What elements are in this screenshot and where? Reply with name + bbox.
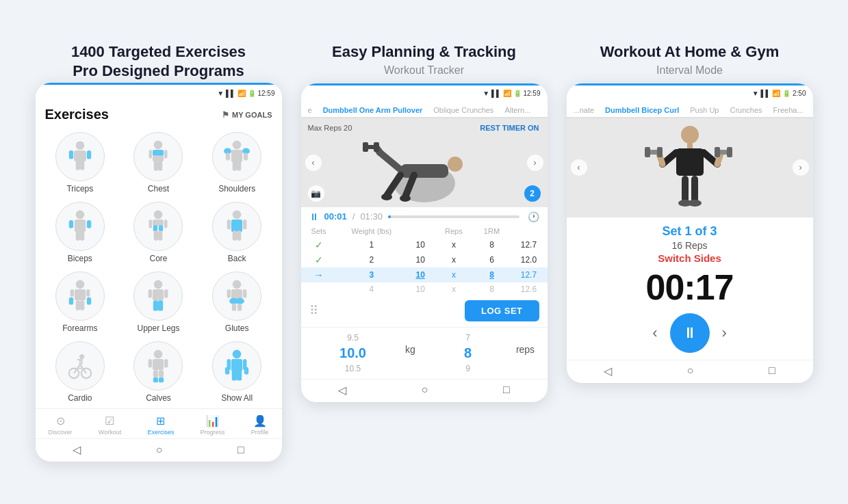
nav-exercises[interactable]: ⊞ Exercises [147,414,174,436]
svg-point-116 [688,200,702,207]
tab-crunches[interactable]: Crunches [727,102,765,117]
timer-total: 01:30 [360,211,383,222]
status-icons-1: ▼ ▌▌ 📶 🔋 12:59 [217,90,274,97]
muscle-item-upper-legs[interactable]: Upper Legs [120,269,196,336]
chest-label: Chest [148,184,169,194]
panel1-title: 1400 Targeted Exercises Pro Designed Pro… [71,42,246,80]
svg-rect-45 [69,297,73,305]
next-exercise-btn[interactable]: › [722,324,727,342]
tab-freeha[interactable]: Freeha... [771,102,806,117]
svg-rect-40 [237,230,241,240]
svg-rect-28 [153,220,164,226]
recents-btn-3[interactable]: □ [769,364,775,377]
muscle-item-back[interactable]: Back [199,199,275,266]
panel3-title: Workout At Home & Gym [600,42,780,62]
shoulders-label: Shoulders [218,184,255,194]
home-btn-1[interactable]: ○ [156,444,163,456]
interval-next-arrow[interactable]: › [793,159,809,176]
tab-altern[interactable]: Altern... [502,102,533,117]
muscle-item-core[interactable]: Core [120,199,196,266]
nav-workout[interactable]: ☑ Workout [99,414,121,436]
svg-rect-36 [231,220,242,232]
set2-num: 2 [337,252,407,267]
svg-rect-81 [231,359,242,371]
weight-below[interactable]: 10.5 [345,362,361,375]
home-bar-2: ◁ ○ □ [301,379,548,402]
pause-play-icon[interactable]: ⏸ [309,211,319,222]
svg-rect-77 [159,370,164,377]
my-goals-button[interactable]: ⚑ MY GOALS [222,110,272,120]
back-btn-2[interactable]: ◁ [338,384,346,397]
svg-rect-7 [153,150,164,156]
log-set-button[interactable]: LOG SET [465,300,539,321]
svg-rect-112 [727,147,732,157]
svg-rect-61 [232,304,236,311]
weight-above[interactable]: 9.5 [347,332,359,344]
clock-icon[interactable]: 🕐 [528,211,539,222]
tab-pushup[interactable]: Push Up [687,102,721,117]
svg-rect-85 [244,367,248,375]
set3-orm: 12.7 [510,267,547,282]
exercises-icon: ⊞ [156,414,165,427]
svg-rect-89 [400,164,448,178]
calves-circle [133,341,183,390]
svg-rect-73 [153,359,164,370]
nav-profile[interactable]: 👤 Profile [251,414,269,436]
shoulders-circle [212,132,261,181]
reps-above[interactable]: 7 [465,332,470,344]
muscle-item-triceps[interactable]: Triceps [42,129,118,196]
reps-unit-label: reps [516,344,535,355]
set2-reps: 6 [474,252,511,267]
exercise-figure-svg [356,122,493,204]
muscle-item-cardio[interactable]: Cardio [42,339,118,406]
weight-unit-label: kg [405,344,415,355]
grid-icon[interactable]: ⠿ [309,303,318,318]
pause-button[interactable]: ⏸ [670,313,710,353]
set-row-3[interactable]: → 3 10 x 8 12.7 [301,267,548,282]
panel2-subtitle: Workout Tracker [384,64,464,77]
exercise-prev-arrow[interactable]: ‹ [305,155,322,171]
muscle-item-glutes[interactable]: Glutes [199,269,275,336]
recents-btn-2[interactable]: □ [503,384,510,396]
set-row-4[interactable]: 4 10 x 8 12.6 [301,282,548,296]
reps-below[interactable]: 9 [465,362,470,375]
set3-x: x [434,267,473,282]
tab-dumbbell-pullover[interactable]: Dumbbell One Arm Pullover [320,102,426,118]
home-bar-1: ◁ ○ □ [36,438,282,462]
muscle-item-calves[interactable]: Calves [120,339,196,406]
muscle-item-forearms[interactable]: Forearms [42,269,118,336]
muscle-item-show-all[interactable]: Show All [199,339,275,406]
svg-rect-95 [374,142,379,152]
weight-current[interactable]: 10.0 [339,344,366,362]
exercise-next-arrow[interactable]: › [527,155,543,171]
svg-rect-25 [76,230,80,240]
interval-tabs: ...nate Dumbbell Bicep Curl Push Up Crun… [567,102,813,118]
home-btn-3[interactable]: ○ [687,364,694,377]
muscle-item-biceps[interactable]: Biceps [42,199,118,266]
svg-rect-24 [87,220,91,228]
interval-prev-arrow[interactable]: ‹ [571,159,587,176]
set-row-2[interactable]: ✓ 2 10 x 6 12.0 [301,252,548,267]
nav-progress[interactable]: 📊 Progress [201,414,225,436]
tab-bicep-curl[interactable]: Dumbbell Bicep Curl [602,102,682,118]
svg-line-91 [380,152,400,170]
muscle-item-chest[interactable]: Chest [120,129,196,196]
home-btn-2[interactable]: ○ [422,384,428,396]
back-btn-3[interactable]: ◁ [604,364,612,377]
prev-exercise-btn[interactable]: ‹ [652,324,657,342]
camera-button[interactable]: 📷 [308,185,324,202]
back-btn-1[interactable]: ◁ [73,443,81,456]
nav-discover[interactable]: ⊙ Discover [49,414,73,436]
svg-rect-8 [153,155,164,161]
interval-exercise-image: ‹ › [567,118,813,217]
tab-nate[interactable]: ...nate [571,102,598,117]
muscle-item-shoulders[interactable]: Shoulders [199,129,275,196]
tab-oblique[interactable]: Oblique Crunches [431,102,496,117]
svg-point-98 [381,194,392,200]
reps-current[interactable]: 8 [464,344,472,362]
svg-rect-2 [69,150,73,159]
recents-btn-1[interactable]: □ [237,444,244,456]
svg-point-49 [154,280,163,289]
tab-prev[interactable]: e [305,102,315,117]
set-row-1[interactable]: ✓ 1 10 x 8 12.7 [301,237,548,252]
